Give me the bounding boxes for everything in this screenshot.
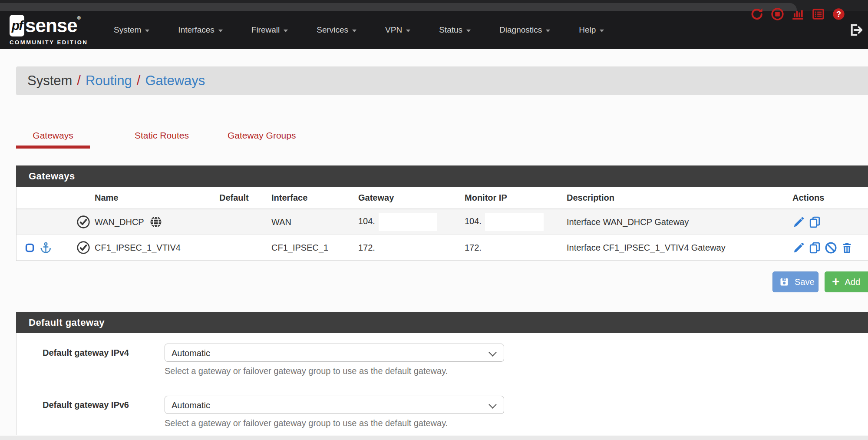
chart-icon[interactable] [791,7,805,21]
checkbox-square-icon[interactable] [25,243,35,253]
gateways-panel: Gateways Name Default Interface Gateway … [16,165,868,261]
pf-logo-text: pf [12,18,22,33]
menu-status[interactable]: Status [439,25,471,35]
gateways-table: Name Default Interface Gateway Monitor I… [16,187,868,261]
community-edition-label: COMMUNITY EDITION [10,39,105,46]
chevron-down-icon [218,30,223,32]
table-header-row: Name Default Interface Gateway Monitor I… [17,187,868,209]
breadcrumb-gateways-link[interactable]: Gateways [145,73,205,89]
stop-icon[interactable] [771,7,784,21]
breadcrumb-separator: / [72,73,86,89]
tab-gateways[interactable]: Gateways [16,125,90,149]
default-gateway-ipv6-label: Default gateway IPv6 [43,396,165,428]
top-navbar: pf sense® COMMUNITY EDITION System Inter… [0,11,868,49]
svg-text:?: ? [836,10,841,19]
help-icon[interactable]: ? [832,7,845,21]
tab-gateway-groups[interactable]: Gateway Groups [215,125,309,149]
column-header-monitor-ip: Monitor IP [463,193,565,203]
anchor-icon [40,242,52,254]
breadcrumb-system: System [27,73,72,89]
monitor-ip: 104. [465,216,482,226]
selected-value: Automatic [172,400,210,410]
menu-help[interactable]: Help [579,25,604,35]
registered-mark: ® [77,15,80,20]
column-header-description: Description [565,193,791,203]
sense-logo-text: sense® [25,15,80,36]
globe-icon [149,215,162,228]
chevron-down-icon [406,30,410,32]
tab-static-routes[interactable]: Static Routes [122,125,202,149]
pfsense-logo[interactable]: pf sense® COMMUNITY EDITION [10,13,105,48]
breadcrumb-routing-link[interactable]: Routing [86,73,132,89]
column-header-gateway: Gateway [356,193,463,203]
edit-icon[interactable] [792,242,805,254]
column-header-interface: Interface [270,193,356,203]
menu-system[interactable]: System [114,25,149,35]
chevron-down-icon [352,30,356,32]
disable-icon[interactable] [825,242,837,254]
browser-chrome [0,0,868,11]
delete-icon[interactable] [841,242,853,254]
sign-out-icon[interactable] [848,22,864,38]
table-row: WAN_DHCP WAN 104. 104. Interface WAN_DHC… [17,209,868,235]
copy-icon[interactable] [809,216,821,228]
browser-chrome-strip [0,3,797,11]
breadcrumb-separator: / [132,73,145,89]
monitor-ip: 172. [465,243,482,252]
default-gateway-ipv6-row: Default gateway IPv6 Automatic Select a … [17,385,868,435]
gateway-enabled-icon [76,240,91,255]
pf-logo-box: pf [10,15,24,36]
gateways-panel-title: Gateways [16,165,868,187]
default-gateway-ipv4-label: Default gateway IPv4 [43,344,165,376]
column-header-name: Name [93,193,218,203]
table-row: CF1_IPSEC_1_VTIV4 CF1_IPSEC_1 172. 172. … [17,235,868,261]
chevron-down-icon [488,400,496,408]
gateway-enabled-icon [76,215,91,229]
menu-vpn[interactable]: VPN [385,25,410,35]
column-header-default: Default [218,193,270,203]
gateway-description: Interface CF1_IPSEC_1_VTIV4 Gateway [565,243,791,253]
add-button[interactable]: + Add [825,271,868,292]
gateway-interface: CF1_IPSEC_1 [270,243,356,253]
breadcrumb-action-icons: ? [750,7,845,21]
chevron-down-icon [488,348,496,356]
default-gateway-ipv4-help: Select a gateway or failover gateway gro… [165,366,504,376]
page-bottom-strip [0,436,868,440]
default-gateway-ipv6-help: Select a gateway or failover gateway gro… [165,418,504,428]
chevron-down-icon [284,30,288,32]
gateway-address: 104. [358,216,375,226]
copy-icon[interactable] [809,242,821,254]
redaction-box [485,213,544,231]
gateway-name: CF1_IPSEC_1_VTIV4 [95,243,181,253]
breadcrumb: System / Routing / Gateways [27,66,205,95]
default-gateway-panel: Default gateway Default gateway IPv4 Aut… [16,312,868,435]
main-menu: System Interfaces Firewall Services VPN … [114,11,604,49]
breadcrumb-bar: System / Routing / Gateways [16,66,868,95]
chevron-down-icon [600,30,604,32]
edit-icon[interactable] [792,216,805,228]
column-header-actions: Actions [791,193,868,203]
gateway-interface: WAN [270,217,356,227]
refresh-icon[interactable] [750,7,764,21]
save-button[interactable]: Save [772,271,818,292]
menu-services[interactable]: Services [317,25,356,35]
default-gateway-ipv4-row: Default gateway IPv4 Automatic Select a … [17,333,868,385]
save-icon [779,277,789,287]
default-gateway-panel-title: Default gateway [16,312,868,333]
menu-diagnostics[interactable]: Diagnostics [499,25,550,35]
default-gateway-ipv4-select[interactable]: Automatic [165,344,504,362]
gateway-description: Interface WAN_DHCP Gateway [565,217,791,227]
plus-icon: + [832,275,840,288]
routing-tabs: Gateways Static Routes Gateway Groups [16,125,309,149]
chevron-down-icon [466,30,471,32]
log-icon[interactable] [812,7,825,21]
selected-value: Automatic [172,348,210,358]
menu-interfaces[interactable]: Interfaces [178,25,222,35]
gateway-name: WAN_DHCP [95,217,144,227]
menu-firewall[interactable]: Firewall [251,25,288,35]
gateway-address: 172. [358,243,375,252]
default-gateway-ipv6-select[interactable]: Automatic [165,396,504,414]
chevron-down-icon [546,30,550,32]
redaction-box [379,213,437,231]
chevron-down-icon [145,30,149,32]
